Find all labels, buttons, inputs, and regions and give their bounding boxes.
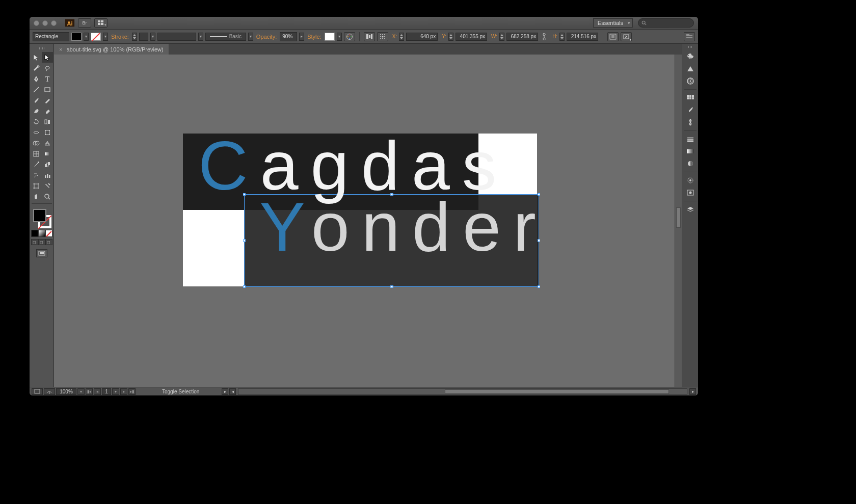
zoom-field[interactable]: 100% bbox=[56, 388, 76, 395]
opacity-field[interactable]: 90% bbox=[280, 32, 297, 41]
align-to-pixel-button[interactable] bbox=[607, 32, 619, 41]
color-mode-solid[interactable] bbox=[31, 230, 38, 237]
link-wh-button[interactable] bbox=[540, 33, 548, 41]
artboard-tool[interactable] bbox=[31, 180, 42, 191]
width-tool[interactable] bbox=[31, 127, 42, 138]
rotate-tool[interactable] bbox=[31, 116, 42, 127]
line-segment-tool[interactable] bbox=[31, 84, 42, 95]
fill-swatch[interactable] bbox=[71, 33, 82, 41]
direct-selection-tool[interactable] bbox=[42, 52, 53, 63]
rectangle-tool[interactable] bbox=[42, 84, 53, 95]
column-graph-tool[interactable] bbox=[42, 170, 53, 180]
eyedropper-tool[interactable] bbox=[31, 159, 42, 170]
graphic-styles-panel-icon[interactable] bbox=[683, 187, 698, 199]
zoom-dropdown[interactable]: ▾ bbox=[77, 388, 85, 395]
lasso-tool[interactable] bbox=[42, 63, 53, 73]
swatches-panel-icon[interactable] bbox=[683, 92, 698, 104]
variable-width-profile[interactable] bbox=[157, 33, 196, 41]
stroke-swatch[interactable] bbox=[91, 33, 101, 41]
document-tab[interactable]: × about-title.svg @ 100% (RGB/Preview) bbox=[54, 44, 169, 55]
zoom-window-button[interactable] bbox=[51, 20, 57, 26]
prev-artboard-button[interactable]: ◂ bbox=[94, 388, 101, 395]
y-field[interactable]: 401.355 px bbox=[456, 33, 487, 41]
stroke-panel-icon[interactable] bbox=[683, 133, 698, 145]
h-field[interactable]: 214.516 px bbox=[567, 33, 598, 41]
artboard-field[interactable]: 1 bbox=[102, 388, 111, 395]
brushes-panel-icon[interactable] bbox=[683, 104, 698, 116]
mesh-tool[interactable] bbox=[31, 148, 42, 159]
blend-tool[interactable] bbox=[42, 159, 53, 170]
pencil-tool[interactable] bbox=[42, 95, 53, 105]
graphic-style-swatch[interactable] bbox=[325, 33, 335, 41]
arrange-documents-button[interactable]: ▾ bbox=[94, 18, 108, 28]
color-panel-icon[interactable] bbox=[683, 50, 698, 63]
selection-tool[interactable] bbox=[31, 52, 42, 63]
canvas[interactable]: Cagdas Yonder bbox=[54, 55, 675, 387]
layers-panel-icon[interactable] bbox=[683, 203, 698, 216]
brush-dropdown[interactable]: ▾ bbox=[248, 33, 253, 41]
stroke-weight-spinner[interactable] bbox=[132, 33, 137, 41]
color-mode-none[interactable] bbox=[45, 230, 52, 237]
symbol-sprayer-tool[interactable] bbox=[31, 170, 42, 180]
transform-reference-point[interactable] bbox=[377, 32, 388, 41]
paintbrush-tool[interactable] bbox=[31, 95, 42, 105]
kuler-panel-icon[interactable] bbox=[683, 75, 698, 87]
color-mode-gradient[interactable] bbox=[38, 230, 45, 237]
perspective-grid-tool[interactable] bbox=[42, 138, 53, 148]
shape-constrain-button[interactable]: ▾ bbox=[621, 32, 632, 41]
symbols-panel-icon[interactable] bbox=[683, 116, 698, 128]
graphic-style-dropdown[interactable]: ▾ bbox=[337, 33, 342, 41]
gradient-tool[interactable] bbox=[42, 148, 53, 159]
type-tool[interactable]: T bbox=[42, 73, 53, 84]
appearance-panel-icon[interactable] bbox=[683, 174, 698, 187]
recolor-artwork-button[interactable] bbox=[344, 32, 355, 41]
reflect-tool[interactable] bbox=[42, 116, 53, 127]
w-spinner[interactable] bbox=[499, 33, 504, 41]
minimize-window-button[interactable] bbox=[42, 20, 48, 26]
hand-tool[interactable] bbox=[31, 191, 42, 202]
stroke-weight-field[interactable] bbox=[139, 33, 148, 41]
magic-wand-tool[interactable] bbox=[31, 63, 42, 73]
draw-normal-button[interactable]: ◻ bbox=[31, 239, 38, 245]
zoom-tool[interactable] bbox=[42, 191, 53, 202]
brush-definition[interactable]: Basic bbox=[205, 33, 246, 41]
y-spinner[interactable] bbox=[448, 33, 453, 41]
next-artboard-button[interactable]: ▸ bbox=[120, 388, 127, 395]
x-field[interactable]: 640 px bbox=[406, 33, 438, 41]
screen-mode-button[interactable] bbox=[36, 249, 47, 257]
sb-tool-icon[interactable] bbox=[32, 388, 43, 395]
h-spinner[interactable] bbox=[559, 33, 565, 41]
eraser-tool[interactable] bbox=[42, 105, 53, 116]
align-button[interactable] bbox=[364, 32, 375, 41]
x-spinner[interactable] bbox=[399, 33, 404, 41]
pen-tool[interactable] bbox=[31, 73, 42, 84]
search-field[interactable] bbox=[638, 18, 694, 28]
fill-dropdown[interactable]: ▾ bbox=[84, 33, 89, 41]
first-artboard-button[interactable]: ▮◂ bbox=[86, 388, 93, 395]
horizontal-scrollbar[interactable] bbox=[238, 388, 687, 395]
stroke-dropdown[interactable]: ▾ bbox=[103, 33, 108, 41]
color-guide-panel-icon[interactable] bbox=[683, 63, 698, 75]
transparency-panel-icon[interactable] bbox=[683, 157, 698, 170]
fill-stroke-indicator[interactable] bbox=[32, 208, 52, 229]
artboard-dropdown[interactable]: ▾ bbox=[112, 388, 119, 395]
workspace-switcher[interactable]: Essentials bbox=[593, 18, 633, 28]
stroke-weight-dropdown[interactable]: ▾ bbox=[150, 33, 155, 41]
last-artboard-button[interactable]: ▸▮ bbox=[128, 388, 136, 395]
hscroll-left[interactable]: ◂ bbox=[229, 388, 236, 395]
vertical-scrollbar[interactable] bbox=[675, 55, 682, 387]
opacity-dropdown[interactable]: ▸ bbox=[299, 33, 304, 41]
slice-tool[interactable] bbox=[42, 180, 53, 191]
draw-inside-button[interactable]: ◻ bbox=[45, 239, 52, 245]
gradient-panel-icon[interactable] bbox=[683, 145, 698, 157]
blob-brush-tool[interactable] bbox=[31, 105, 42, 116]
shape-builder-tool[interactable] bbox=[31, 138, 42, 148]
variable-width-dropdown[interactable]: ▾ bbox=[198, 33, 203, 41]
hscroll-right[interactable]: ▸ bbox=[689, 388, 696, 395]
close-window-button[interactable] bbox=[34, 20, 39, 26]
close-tab-icon[interactable]: × bbox=[59, 46, 62, 52]
bridge-button[interactable]: Br bbox=[78, 18, 91, 28]
sb-share-icon[interactable] bbox=[44, 388, 55, 395]
draw-behind-button[interactable]: ◻ bbox=[38, 239, 45, 245]
control-bar-menu[interactable] bbox=[684, 32, 695, 41]
